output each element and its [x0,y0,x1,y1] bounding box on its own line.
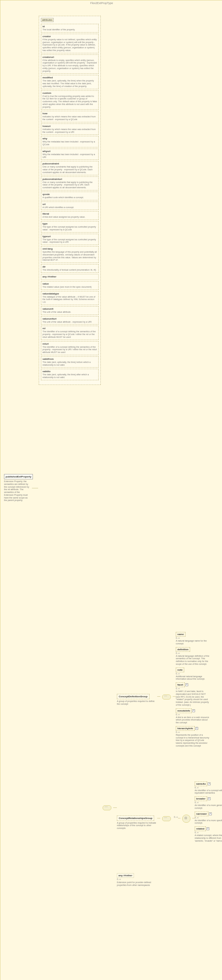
connector-line [157,696,160,697]
attribute-description: Indicates by which means the value was e… [43,116,97,121]
root-description: Extension Property: the semantics are de… [4,480,29,502]
sequence-icon [103,805,111,810]
attribute-value[interactable]: valueThe related value (see more in the … [41,281,99,290]
child-remoteinfo[interactable]: remoteInfo [176,708,192,713]
attribute-name: creatoruri [43,56,97,59]
attribute-name: whyuri [43,150,97,153]
root-element[interactable]: publishedExtProperty [4,474,33,479]
attribute-valueunituri[interactable]: valueunituriThe unit of the value attrib… [41,316,99,325]
attribute-name: qcode [43,193,97,196]
child-broader[interactable]: broader [195,796,207,801]
attribute-name: howuri [43,125,97,127]
attribute-uri[interactable]: uriA URI which identifies a concept. [41,202,99,210]
cardinality: 0..∞ [195,801,199,803]
expand-icon[interactable]: + [185,683,188,686]
child-description: A natural language name for the concept. [176,640,210,645]
child-definition[interactable]: definition [176,647,190,652]
child-note[interactable]: note [176,668,184,672]
attribute-description: The date (and, optionally, the time) aft… [43,374,97,379]
child-description: A link to an item or a web resource whic… [176,716,210,724]
attribute-rel[interactable]: relThe identifier of a concept defining … [41,326,99,340]
expand-icon[interactable]: + [192,710,195,712]
choice-icon [182,815,190,823]
attribute-description: A qualified code which identifies a conc… [43,196,97,199]
child-narrower[interactable]: narrower [195,811,208,816]
cardinality: 0..∞ [195,816,199,819]
attribute-xml-lang[interactable]: xml:langSpecifies the language of this p… [41,246,99,263]
attribute-dir[interactable]: dirThe directionality of textual content… [41,264,99,273]
any-other-description: Extension point for provider-defined pro… [117,881,157,887]
attribute-description: Specifies the language of this property … [43,251,97,262]
cardinality: 0..∞ [195,786,199,789]
any-other-element[interactable]: any ##other [117,873,134,878]
group-concept-relationships[interactable]: ConceptRelationshipsGroup [117,816,154,821]
sequence-icon [162,816,171,821]
cardinality: 0..∞ [176,687,180,690]
attribute-typeuri[interactable]: typeuriThe type of the concept assigned … [41,234,99,245]
cardinality: 0..∞ [195,831,199,834]
attribute-reluri[interactable]: reluriThe identifier of a concept defini… [41,341,99,355]
connector-line [157,818,160,819]
cardinality: 0..∞ [176,713,180,716]
child-description: An identifier of a more generic concept. [195,804,222,810]
attribute-description: One or many constraints that apply to pu… [43,181,97,189]
attribute-description: The unit of the value attribute. [43,311,97,313]
expand-icon[interactable]: + [208,783,211,785]
attribute-description: The unit of the value attribute - expres… [43,321,97,324]
connector-line [173,696,176,697]
expand-icon[interactable]: + [195,727,198,730]
cardinality: 0..∞ [176,673,180,675]
attribute-why[interactable]: whyWhy the metadata has been included - … [41,136,99,147]
attribute-creator[interactable]: creatorIf the property value is not defi… [41,34,99,53]
attribute-validfrom[interactable]: validfromThe date (and, optionally, the … [41,356,99,368]
attribute-description: A free-text value assigned as property v… [43,216,97,219]
attribute-id[interactable]: idThe local identifier of the property. [41,24,99,32]
attribute-description: Why the metadata has been included - exp… [43,141,97,146]
child-hierarchyinfo[interactable]: hierarchyInfo [176,726,195,731]
child-related[interactable]: related [195,826,206,831]
attribute-type[interactable]: typeThe type of the concept assigned as … [41,221,99,232]
child-facet[interactable]: facet [176,682,185,687]
attribute-description: A URI which identifies a concept. [43,206,97,209]
child-description: In NAR 1.8 and later, facet is deprecate… [176,690,210,706]
attribute-name: creator [43,35,97,38]
attribute-description: If the attribute is empty, specifies whi… [43,59,97,73]
connector-line [113,808,117,808]
attribute-name: custom [43,92,97,94]
attribute-modified[interactable]: modifiedThe date (and, optionally, the t… [41,75,99,89]
attribute-how[interactable]: howIndicates by which means the value wa… [41,111,99,122]
attribute-custom[interactable]: customIf set to true the corresponding p… [41,91,99,110]
attribute-name: how [43,112,97,115]
child-description: Represents the position of a concept in … [176,734,210,748]
attribute-validto[interactable]: validtoThe date (and, optionally, the ti… [41,369,99,380]
attribute-creatoruri[interactable]: creatoruriIf the attribute is empty, spe… [41,54,99,74]
attribute-description: The date (and, optionally, the time) bef… [43,361,97,367]
attribute-whyuri[interactable]: whyuriWhy the metadata has been included… [41,149,99,160]
attribute-pubconstrainturi[interactable]: pubconstrainturiOne or many constraints … [41,177,99,191]
attribute-description: If the property value is not defined, sp… [43,38,97,52]
attribute-description: One or many constraints that apply to pu… [43,165,97,174]
attribute-valuedatatype[interactable]: valuedatatypeThe datatype of the value a… [41,291,99,305]
attribute-description: The date (and, optionally, the time) whe… [43,80,97,88]
attribute-description: Why the metadata has been included - exp… [43,153,97,159]
connector-line [178,818,180,819]
expand-icon[interactable]: + [208,797,211,800]
attribute-description: The type of the concept assigned as cont… [43,226,97,231]
attribute-name: type [43,222,97,225]
child-sameas[interactable]: sameAs [195,781,208,786]
attribute-howuri[interactable]: howuriIndicates by which means the value… [41,124,99,135]
expand-icon[interactable]: + [209,813,212,815]
group-concept-definition[interactable]: ConceptDefinitionGroup [117,694,149,699]
expand-icon[interactable]: + [206,827,209,830]
child-name[interactable]: name [176,632,185,636]
attribute-description: The related value (see more in the spec … [43,286,97,289]
cardinality: 0..∞ [176,731,180,733]
attribute-valueunit[interactable]: valueunitThe unit of the value attribute… [41,306,99,315]
attribute-qcode[interactable]: qcodeA qualified code which identifies a… [41,192,99,200]
attribute-name: typeuri [43,235,97,238]
attribute-pubconstraint[interactable]: pubconstraintOne or many constraints tha… [41,161,99,175]
attribute-any---other[interactable]: any ##other [41,274,99,280]
attribute-literal[interactable]: literalA free-text value assigned as pro… [41,211,99,220]
sequence-icon [162,695,171,700]
attribute-description: The directionality of textual content (e… [43,269,97,272]
